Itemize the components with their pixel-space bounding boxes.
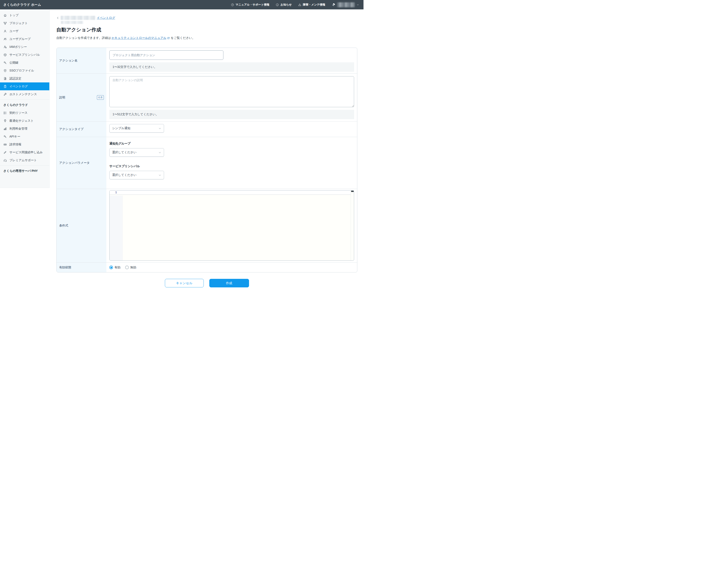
form-actions: キャンセル 作成 [56,279,357,287]
breadcrumb: イベントログ [56,16,357,24]
action-name-label: アクション名 [57,48,106,74]
page: さくらのクラウド ホーム マニュアル・サポート情報お知らせ障害・メンテ情報 トッ… [0,0,364,294]
description-textarea[interactable] [109,76,354,107]
notify-group-select[interactable]: 選択してください [109,148,164,157]
notify-group-value: 選択してください [112,150,137,154]
sidebar-item[interactable]: 請求情報 [0,141,49,148]
sidebar-item[interactable]: イベントログ [0,82,49,90]
breadcrumb-project-redacted-line2 [61,21,83,24]
service-principal-select[interactable]: 選択してください [109,171,164,179]
sidebar-item-label: ユーザ [9,29,19,33]
sidebar-item[interactable]: 認証設定 [0,75,49,82]
sidebar-item[interactable]: APIキー [0,132,49,141]
page-title: 自動アクション作成 [56,26,357,33]
sidebar-item-label: 公開鍵 [9,61,18,65]
create-button[interactable]: 作成 [209,279,249,287]
action-type-label: アクションタイプ [57,122,106,137]
wrench-icon [3,93,7,96]
list-icon [3,111,7,115]
user-icon [3,29,7,33]
form-row-action-params: アクションパラメータ 通知先グループ 選択してください サービスプリンシパル [57,137,357,189]
action-type-select[interactable]: シンプル通知 [109,124,164,132]
sidebar-item-label: プレミアムサポート [9,159,37,162]
form-row-action-name: アクション名 1〜32文字で入力してください。 [57,48,357,74]
form-card: アクション名 1〜32文字で入力してください。 説明 任意 1〜512文字で入力… [56,48,357,272]
notify-group-label: 通知先グループ [109,142,354,146]
radio-disabled-label: 無効 [130,266,136,270]
editor-scrollbar-thumb[interactable] [351,191,354,192]
app-title: さくらのクラウド ホーム [3,3,41,7]
service-principal-value: 選択してください [112,173,137,177]
clipboard-icon [3,85,7,88]
sidebar-item-label: 利用料金管理 [9,127,27,131]
sidebar-item[interactable]: プロジェクト [0,19,49,27]
sidebar-item[interactable]: 公開鍵 [0,59,49,67]
condition-code-editor[interactable]: 1 [109,190,354,261]
description-help: 1〜512文字で入力してください。 [109,110,354,119]
sidebar-item-label: プロジェクト [9,21,28,25]
sidebar-item[interactable]: 最適化サジェスト [0,117,49,125]
page-description-prefix: 自動アクションを作成できます。詳細は [56,36,111,40]
key-icon [3,61,7,64]
topbar: さくらのクラウド ホーム マニュアル・サポート情報お知らせ障害・メンテ情報 [0,0,364,9]
manual-link[interactable]: セキュリティコントロールのマニュアル [111,36,167,40]
sidebar-item[interactable]: ユーザグループ [0,35,49,43]
sidebar-item-label: ユーザグループ [9,37,31,41]
user-menu[interactable] [332,2,359,7]
key-icon [3,135,7,138]
shield-icon [3,69,7,72]
user-lock-icon [3,45,7,49]
page-description-suffix: をご覧ください。 [171,36,195,40]
action-name-help: 1〜32文字で入力してください。 [109,62,354,72]
page-description: 自動アクションを作成できます。詳細は セキュリティコントロールのマニュアル をご… [56,36,357,40]
info-circle-icon [276,3,279,6]
description-label: 説明 [59,96,65,100]
radio-disabled[interactable]: 無効 [125,266,136,270]
sidebar-item[interactable]: SSOプロファイル [0,67,49,75]
chevron-down-icon [159,151,161,154]
action-name-input[interactable] [109,50,223,60]
sidebar-item[interactable]: 契約リソース [0,109,49,117]
avatar [332,3,335,7]
chevron-down-icon [356,3,359,6]
sidebar-item[interactable]: ユーザ [0,27,49,35]
layout: トッププロジェクトユーザユーザグループIAMポリシーサービスプリンシパル公開鍵S… [0,9,364,294]
topbar-item[interactable]: 障害・メンテ情報 [298,3,325,7]
form-row-description: 説明 任意 1〜512文字で入力してください。 [57,74,357,122]
cancel-button[interactable]: キャンセル [165,279,204,287]
lightbulb-icon [3,119,7,123]
breadcrumb-link-eventlog[interactable]: イベントログ [97,16,115,20]
editor-active-line [109,190,351,195]
radio-enabled[interactable]: 有効 [109,266,121,270]
sidebar-item-label: IAMポリシー [9,45,27,49]
sidebar-item[interactable]: トップ [0,11,49,19]
help-circle-icon [231,3,234,6]
sidebar-item[interactable]: ホストメンテナンス [0,90,49,98]
sidebar-item[interactable]: サービスプリンシパル [0,51,49,59]
sidebar-item[interactable]: IAMポリシー [0,43,49,51]
sidebar-item[interactable]: サービス間接続申し込み [0,148,49,156]
cube-icon [3,53,7,57]
external-link-icon [166,37,171,40]
banknote-icon [3,143,7,146]
bar-chart-icon [3,127,7,130]
topbar-item-label: 障害・メンテ情報 [303,3,325,7]
sidebar-item-label: イベントログ [9,85,28,88]
breadcrumb-back-icon[interactable] [56,17,59,19]
topbar-nav: マニュアル・サポート情報お知らせ障害・メンテ情報 [231,2,359,7]
pen-icon [3,151,7,154]
form-row-enabled: 有効状態 有効 無効 [57,262,357,272]
topbar-item[interactable]: マニュアル・サポート情報 [231,3,269,7]
editor-gutter [109,195,123,260]
project-icon [3,22,7,25]
sidebar-item-label: サービスプリンシパル [9,53,40,57]
chevron-down-icon [159,127,161,130]
editor-line-number: 1 [109,191,123,194]
sidebar-item[interactable]: プレミアムサポート [0,156,49,164]
document-lock-icon [3,77,7,80]
sidebar-item[interactable]: 利用料金管理 [0,125,49,132]
action-type-value: シンプル通知 [112,126,130,130]
editor-scrollbar-track [351,190,351,260]
sidebar-item-label: 請求情報 [9,143,21,146]
topbar-item[interactable]: お知らせ [276,3,292,7]
